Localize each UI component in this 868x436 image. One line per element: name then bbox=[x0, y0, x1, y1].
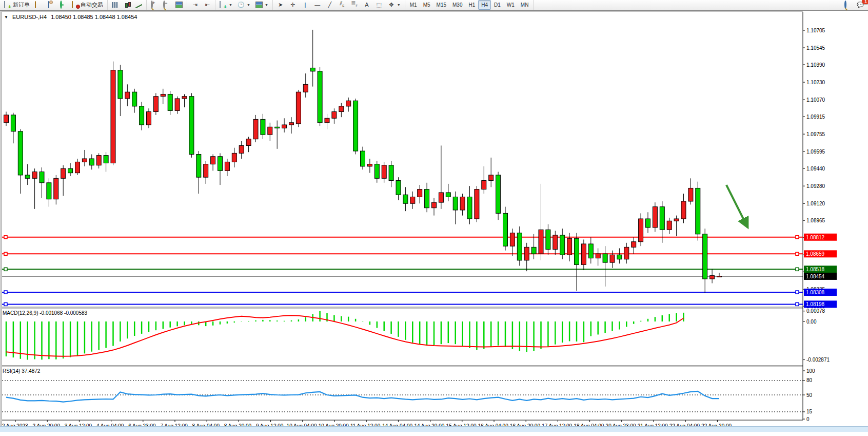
candle-up[interactable] bbox=[439, 193, 443, 202]
candle-down[interactable] bbox=[18, 131, 23, 175]
candle-up[interactable] bbox=[632, 242, 636, 248]
candle-down[interactable] bbox=[389, 165, 393, 181]
hline-handle[interactable] bbox=[796, 252, 799, 255]
candle-up[interactable] bbox=[382, 165, 386, 179]
market-watch-button[interactable] bbox=[32, 0, 45, 10]
hline-handle[interactable] bbox=[796, 236, 799, 239]
notifications-button[interactable]: 💬 1 bbox=[854, 0, 866, 10]
candle-up[interactable] bbox=[268, 127, 272, 135]
hline-handle[interactable] bbox=[4, 302, 7, 306]
candle-down[interactable] bbox=[575, 238, 579, 264]
candle-up[interactable] bbox=[253, 119, 258, 139]
candle-up[interactable] bbox=[246, 139, 251, 146]
candle-down[interactable] bbox=[703, 234, 707, 279]
trendline-button[interactable]: ╱ bbox=[324, 0, 336, 10]
candle-down[interactable] bbox=[47, 183, 51, 199]
candle-up[interactable] bbox=[674, 219, 679, 221]
candle-down[interactable] bbox=[40, 172, 44, 183]
candle-up[interactable] bbox=[667, 221, 672, 230]
candle-down[interactable] bbox=[89, 159, 94, 165]
candle-up[interactable] bbox=[111, 70, 115, 163]
candle-down[interactable] bbox=[275, 127, 280, 128]
zoom-out-button[interactable]: − bbox=[161, 0, 173, 10]
vertical-line-button[interactable]: | bbox=[299, 0, 311, 10]
candle-up[interactable] bbox=[82, 159, 87, 162]
candle-down[interactable] bbox=[588, 244, 593, 258]
candle-down[interactable] bbox=[25, 175, 30, 178]
candle-down[interactable] bbox=[560, 235, 565, 255]
candle-down[interactable] bbox=[696, 188, 700, 234]
candle-down[interactable] bbox=[453, 197, 458, 210]
candle-up[interactable] bbox=[182, 97, 187, 99]
candle-down[interactable] bbox=[646, 219, 650, 228]
candle-down[interactable] bbox=[189, 97, 194, 155]
candle-up[interactable] bbox=[4, 115, 9, 123]
candle-up[interactable] bbox=[596, 254, 600, 258]
candle-up[interactable] bbox=[681, 201, 686, 219]
timeframe-m5-button[interactable]: M5 bbox=[420, 0, 433, 10]
candle-up[interactable] bbox=[624, 247, 629, 259]
candle-up[interactable] bbox=[303, 84, 308, 92]
candle-down[interactable] bbox=[353, 101, 358, 151]
zoom-in-button[interactable]: + bbox=[148, 0, 161, 10]
candle-up[interactable] bbox=[567, 238, 572, 255]
candle-down[interactable] bbox=[118, 70, 123, 99]
timeframe-mn-button[interactable]: MN bbox=[518, 0, 532, 10]
candle-up[interactable] bbox=[539, 230, 543, 254]
autotrade-button[interactable]: 自动交易 bbox=[69, 0, 106, 10]
hline-handle[interactable] bbox=[4, 252, 7, 255]
candle-up[interactable] bbox=[204, 164, 208, 178]
candle-up[interactable] bbox=[211, 157, 215, 164]
candle-down[interactable] bbox=[531, 247, 536, 254]
candle-up[interactable] bbox=[54, 178, 58, 199]
hline-handle[interactable] bbox=[4, 291, 7, 294]
candle-up[interactable] bbox=[710, 276, 715, 279]
timeframe-m30-button[interactable]: M30 bbox=[449, 0, 465, 10]
candle-up[interactable] bbox=[75, 162, 80, 173]
crosshair-button[interactable]: ✛ bbox=[287, 0, 299, 10]
candle-down[interactable] bbox=[361, 151, 365, 166]
candle-up[interactable] bbox=[32, 172, 37, 179]
candle-down[interactable] bbox=[104, 156, 108, 163]
bar-chart-button[interactable] bbox=[109, 0, 122, 10]
candle-up[interactable] bbox=[289, 123, 294, 125]
candle-down[interactable] bbox=[503, 213, 508, 246]
chart-shift-button[interactable]: ⇤ bbox=[201, 0, 213, 10]
timeframe-h4-button[interactable]: H4 bbox=[478, 0, 491, 10]
cursor-button[interactable]: ➤ bbox=[274, 0, 287, 10]
hline-handle[interactable] bbox=[4, 268, 7, 271]
horizontal-line-button[interactable]: — bbox=[311, 0, 324, 10]
periods-button[interactable]: 🕒▼ bbox=[235, 0, 253, 10]
candle-up[interactable] bbox=[418, 189, 422, 197]
candle-up[interactable] bbox=[489, 175, 494, 181]
candle-up[interactable] bbox=[410, 197, 415, 203]
candle-down[interactable] bbox=[318, 71, 322, 123]
candle-down[interactable] bbox=[617, 255, 622, 259]
candle-up[interactable] bbox=[339, 106, 344, 112]
collapse-triangle-icon[interactable]: ▼ bbox=[4, 15, 8, 20]
candle-up[interactable] bbox=[482, 181, 486, 189]
signals-button[interactable] bbox=[57, 0, 69, 10]
candle-down[interactable] bbox=[603, 254, 607, 262]
candle-up[interactable] bbox=[232, 153, 236, 162]
candle-up[interactable] bbox=[553, 235, 558, 250]
timeframe-m1-button[interactable]: M1 bbox=[407, 0, 420, 10]
candle-up[interactable] bbox=[653, 207, 657, 228]
hline-handle[interactable] bbox=[4, 236, 7, 239]
candle-up[interactable] bbox=[332, 112, 337, 119]
channel-button[interactable]: ⫽E bbox=[336, 0, 348, 10]
candle-up[interactable] bbox=[61, 168, 66, 178]
candle-up[interactable] bbox=[296, 92, 301, 124]
candle-down[interactable] bbox=[374, 164, 379, 179]
candle-up[interactable] bbox=[367, 164, 372, 166]
templates-button[interactable]: ▼ bbox=[253, 0, 271, 10]
timeframe-d1-button[interactable]: D1 bbox=[491, 0, 504, 10]
candle-down[interactable] bbox=[517, 233, 522, 260]
candle-up[interactable] bbox=[581, 244, 586, 264]
candle-up[interactable] bbox=[125, 92, 130, 99]
candle-up[interactable] bbox=[475, 189, 479, 219]
candle-down[interactable] bbox=[168, 94, 172, 110]
candle-up[interactable] bbox=[175, 99, 180, 110]
timeframe-h1-button[interactable]: H1 bbox=[465, 0, 478, 10]
candle-down[interactable] bbox=[310, 68, 315, 71]
